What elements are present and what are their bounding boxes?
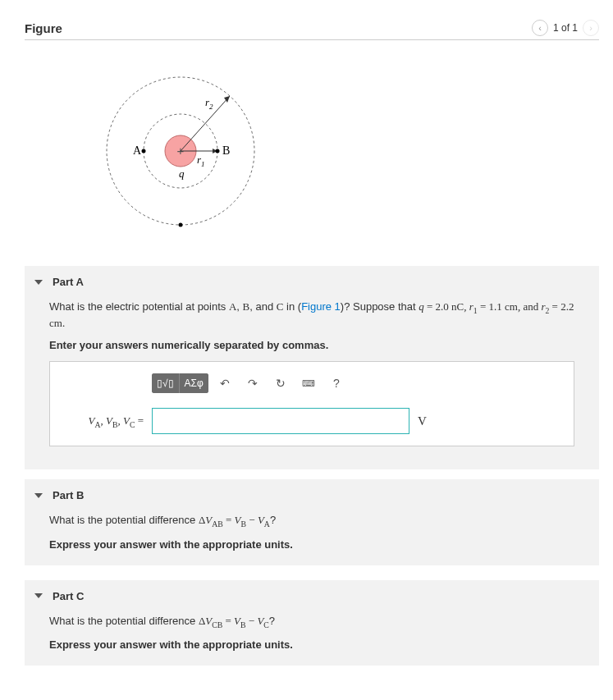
part-a-question: What is the electric potential at points… xyxy=(49,300,574,331)
part-a-title: Part A xyxy=(53,276,84,288)
answer-input[interactable] xyxy=(152,408,409,434)
part-b-title: Part B xyxy=(53,489,84,501)
pager-text: 1 of 1 xyxy=(553,22,578,34)
part-b-instruction: Express your answer with the appropriate… xyxy=(49,538,574,551)
templates-button[interactable]: ▯√▯ xyxy=(152,373,179,393)
part-b-header[interactable]: Part B xyxy=(25,486,599,510)
figure-svg: + q r1 r2 A B xyxy=(90,65,279,237)
pager-next[interactable]: › xyxy=(583,20,599,36)
caret-down-icon xyxy=(34,493,43,498)
figure-header: Figure ‹ 1 of 1 › xyxy=(25,16,599,40)
part-c-title: Part C xyxy=(53,590,84,602)
part-c-instruction: Express your answer with the appropriate… xyxy=(49,638,574,651)
part-c-header[interactable]: Part C xyxy=(25,587,599,611)
answer-lhs-label: VA, VB, VC = xyxy=(62,414,144,429)
svg-point-13 xyxy=(216,149,220,153)
part-a-instruction: Enter your answers numerically separated… xyxy=(49,339,574,351)
reset-button[interactable]: ↻ xyxy=(269,373,292,393)
figure-pager: ‹ 1 of 1 › xyxy=(532,20,599,36)
part-b-question: What is the potential difference ΔVAB = … xyxy=(49,513,574,529)
answer-unit: V xyxy=(418,414,427,428)
pager-prev[interactable]: ‹ xyxy=(532,20,548,36)
svg-text:q: q xyxy=(179,167,185,180)
svg-text:r2: r2 xyxy=(205,96,213,111)
answer-toolbar: ▯√▯ ΑΣφ ↶ ↷ ↻ ⌨ ? xyxy=(152,373,562,393)
part-c-question: What is the potential difference ΔVCB = … xyxy=(49,614,574,630)
figure-image: + q r1 r2 A B xyxy=(25,40,599,256)
part-a-header[interactable]: Part A xyxy=(25,272,599,296)
keyboard-button[interactable]: ⌨ xyxy=(297,373,320,393)
svg-point-15 xyxy=(179,223,183,227)
caret-down-icon xyxy=(34,593,43,598)
greek-button[interactable]: ΑΣφ xyxy=(179,373,208,393)
svg-text:A: A xyxy=(133,144,142,157)
part-b: Part B What is the potential difference … xyxy=(25,479,599,565)
caret-down-icon xyxy=(34,280,43,285)
part-c: Part C What is the potential difference … xyxy=(25,580,599,666)
part-a: Part A What is the electric potential at… xyxy=(25,266,599,469)
figure-title: Figure xyxy=(25,21,62,35)
svg-text:r1: r1 xyxy=(197,153,205,168)
svg-point-11 xyxy=(142,149,146,153)
figure-link[interactable]: Figure 1 xyxy=(301,300,341,313)
redo-button[interactable]: ↷ xyxy=(241,373,264,393)
answer-box: ▯√▯ ΑΣφ ↶ ↷ ↻ ⌨ ? VA, VB, VC = V xyxy=(49,361,574,446)
svg-text:B: B xyxy=(222,144,230,157)
help-button[interactable]: ? xyxy=(325,373,348,393)
undo-button[interactable]: ↶ xyxy=(213,373,236,393)
